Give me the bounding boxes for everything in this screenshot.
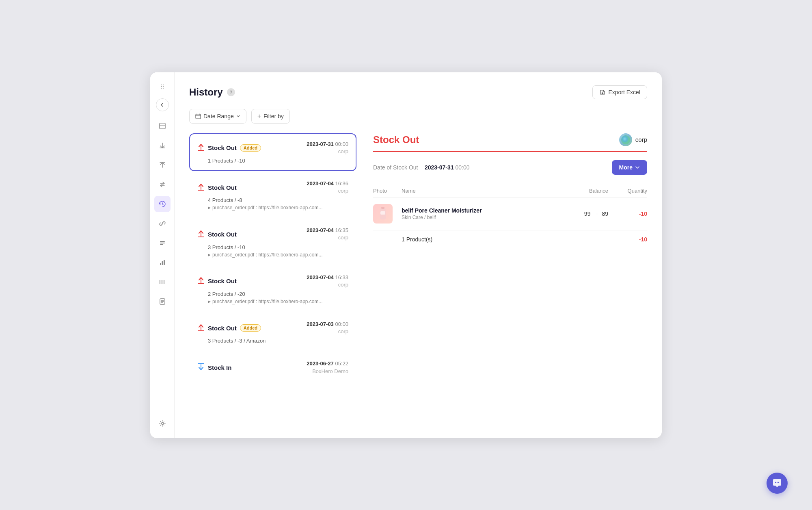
svg-point-20 xyxy=(775,482,776,483)
history-item-6-header: Stock In 2023-06-27 05:22 BoxHero Demo xyxy=(197,360,348,375)
product-photo-cell xyxy=(373,197,402,230)
sidebar-item-settings[interactable] xyxy=(154,415,171,432)
history-item-1[interactable]: Stock Out Added 2023-07-31 00:00 corp 1 … xyxy=(189,133,356,171)
history-item-4[interactable]: Stock Out 2023-07-04 16:33 corp 2 Produc… xyxy=(189,267,356,312)
history-item-2-link: purchase_order.pdf : https://file.boxher… xyxy=(197,205,348,211)
history-item-2-date: 2023-07-04 16:36 corp xyxy=(307,180,348,195)
history-item-5-products: 3 Products / -3 / Amazon xyxy=(197,338,348,344)
svg-rect-19 xyxy=(380,211,385,215)
export-icon xyxy=(599,89,606,95)
detail-date-value: 2023-07-31 00:00 xyxy=(425,164,470,171)
sidebar: ⠿ xyxy=(150,72,175,438)
svg-point-21 xyxy=(777,482,777,483)
history-item-3-link: purchase_order.pdf : https://file.boxher… xyxy=(197,252,348,258)
summary-empty-balance xyxy=(561,230,608,248)
page-header: History ? Export Excel xyxy=(189,85,647,99)
svg-rect-7 xyxy=(160,280,160,284)
col-name: Name xyxy=(402,184,561,197)
history-item-2[interactable]: Stock Out 2023-07-04 16:36 corp 4 Produc… xyxy=(189,173,356,218)
sidebar-item-stock-out[interactable] xyxy=(154,157,171,173)
history-item-5-left: Stock Out Added xyxy=(197,323,261,333)
sidebar-item-inventory[interactable] xyxy=(154,118,171,134)
history-item-2-left: Stock Out xyxy=(197,183,237,192)
history-item-4-date: 2023-07-04 16:33 corp xyxy=(307,274,348,289)
summary-total-qty: -10 xyxy=(608,230,647,248)
svg-rect-0 xyxy=(160,123,165,129)
history-item-6-type: Stock In xyxy=(208,364,231,371)
detail-date-section: Date of Stock Out 2023-07-31 00:00 xyxy=(373,164,470,171)
more-button[interactable]: More xyxy=(612,160,647,175)
history-item-5-type: Stock Out xyxy=(208,325,237,332)
stock-out-icon-2 xyxy=(197,183,205,192)
col-quantity: Quantity xyxy=(608,184,647,197)
two-column-layout: Stock Out Added 2023-07-31 00:00 corp 1 … xyxy=(189,133,647,425)
history-item-5-header: Stock Out Added 2023-07-03 00:00 corp xyxy=(197,321,348,335)
summary-row: 1 Product(s) -10 xyxy=(373,230,647,248)
filter-bar: Date Range + Filter by xyxy=(189,109,647,124)
history-item-6[interactable]: Stock In 2023-06-27 05:22 BoxHero Demo xyxy=(189,353,356,384)
corp-badge: corp xyxy=(619,133,647,146)
svg-rect-4 xyxy=(160,263,161,265)
product-table: Photo Name Balance Quantity xyxy=(373,184,647,248)
history-item-3-header: Stock Out 2023-07-04 16:35 corp xyxy=(197,227,348,241)
main-content: History ? Export Excel Date Range + Filt… xyxy=(175,72,662,438)
chat-icon xyxy=(772,478,782,488)
history-item-4-header: Stock Out 2023-07-04 16:33 corp xyxy=(197,274,348,289)
history-item-1-date: 2023-07-31 00:00 corp xyxy=(307,141,348,155)
stock-out-icon-3 xyxy=(197,230,205,239)
sidebar-collapse-button[interactable] xyxy=(156,98,169,111)
history-item-5[interactable]: Stock Out Added 2023-07-03 00:00 corp 3 … xyxy=(189,313,356,351)
history-item-3[interactable]: Stock Out 2023-07-04 16:35 corp 3 Produc… xyxy=(189,219,356,265)
stock-in-icon-6 xyxy=(197,363,205,372)
svg-point-22 xyxy=(778,482,779,483)
detail-meta-row: Date of Stock Out 2023-07-31 00:00 More xyxy=(373,160,647,175)
history-item-1-type: Stock Out xyxy=(208,144,237,151)
sidebar-item-history[interactable] xyxy=(154,196,171,212)
svg-rect-2 xyxy=(160,243,165,243)
chevron-down-icon xyxy=(635,165,640,170)
history-item-1-badge: Added xyxy=(240,144,261,152)
sidebar-item-list[interactable] xyxy=(154,235,171,251)
history-item-4-link: purchase_order.pdf : https://file.boxher… xyxy=(197,299,348,304)
sidebar-item-link[interactable] xyxy=(154,215,171,232)
filter-by-button[interactable]: + Filter by xyxy=(251,109,290,124)
history-item-4-type: Stock Out xyxy=(208,278,237,284)
detail-panel: Stock Out xyxy=(360,133,647,425)
corp-avatar-icon xyxy=(621,135,631,145)
history-item-2-products: 4 Products / -8 xyxy=(197,197,348,203)
detail-title: Stock Out xyxy=(373,134,419,145)
product-balance-1: 99 → 89 xyxy=(561,211,608,217)
sidebar-item-transfer[interactable] xyxy=(154,176,171,193)
history-item-2-header: Stock Out 2023-07-04 16:36 corp xyxy=(197,180,348,195)
history-item-3-products: 3 Products / -10 xyxy=(197,244,348,250)
help-icon[interactable]: ? xyxy=(227,88,235,96)
history-item-5-date: 2023-07-03 00:00 corp xyxy=(307,321,348,335)
export-excel-button[interactable]: Export Excel xyxy=(592,85,647,99)
stock-out-icon-4 xyxy=(197,276,205,286)
svg-rect-3 xyxy=(160,244,163,245)
history-item-6-left: Stock In xyxy=(197,363,231,372)
history-item-3-type: Stock Out xyxy=(208,231,237,238)
svg-point-14 xyxy=(161,422,163,424)
svg-rect-10 xyxy=(163,280,163,284)
sidebar-item-notes[interactable] xyxy=(154,293,171,310)
sidebar-item-barcode[interactable] xyxy=(154,274,171,290)
svg-rect-8 xyxy=(161,280,161,284)
svg-point-16 xyxy=(621,135,630,144)
svg-rect-18 xyxy=(381,207,384,209)
product-row-1: belif Pore Cleaner Moisturizer Skin Care… xyxy=(373,197,647,230)
sidebar-item-chart[interactable] xyxy=(154,254,171,271)
svg-rect-1 xyxy=(160,241,165,242)
svg-rect-5 xyxy=(162,261,163,265)
chat-fab-button[interactable] xyxy=(767,473,788,494)
chevron-down-icon xyxy=(236,114,240,118)
sidebar-drag-handle: ⠿ xyxy=(154,79,171,95)
summary-count: 1 Product(s) xyxy=(402,230,561,248)
history-item-4-products: 2 Products / -20 xyxy=(197,291,348,297)
product-table-body: belif Pore Cleaner Moisturizer Skin Care… xyxy=(373,197,647,248)
sidebar-item-stock-in[interactable] xyxy=(154,137,171,154)
product-img-placeholder xyxy=(373,204,393,224)
history-item-1-products: 1 Products / -10 xyxy=(197,158,348,164)
date-range-filter[interactable]: Date Range xyxy=(189,109,246,124)
page-title: History xyxy=(189,87,223,98)
